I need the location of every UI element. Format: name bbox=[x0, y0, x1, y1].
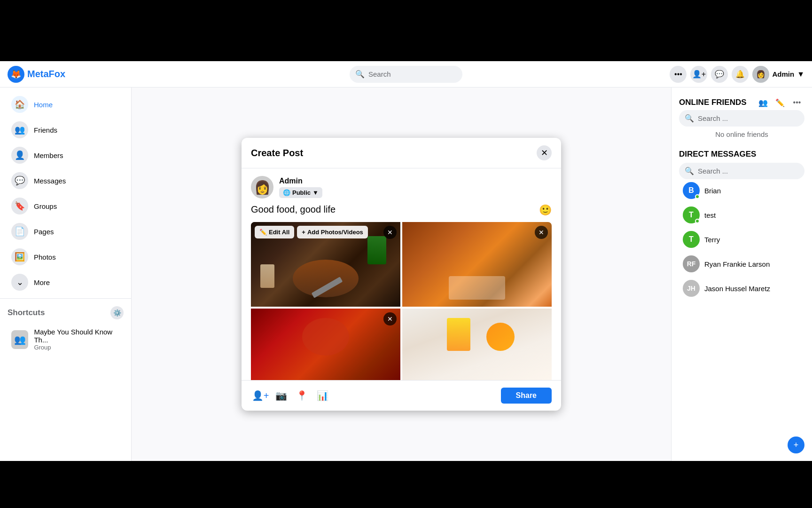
dm-name-terry: Terry bbox=[704, 236, 720, 244]
photo-remove-2-button[interactable]: ✕ bbox=[535, 226, 548, 239]
dm-avatar-jason: JH bbox=[683, 280, 700, 297]
add-photos-label: Add Photos/Videos bbox=[307, 229, 363, 236]
tag-people-button[interactable]: 👤+ bbox=[251, 386, 270, 405]
pages-icon: 📄 bbox=[11, 223, 28, 240]
edit-all-button[interactable]: ✏️ Edit All bbox=[255, 226, 294, 238]
sidebar-item-home[interactable]: 🏠 Home bbox=[4, 92, 127, 117]
privacy-label: Public bbox=[292, 189, 311, 196]
create-post-modal: Create Post ✕ 👩 Admin bbox=[242, 138, 561, 411]
emoji-button[interactable]: 🙂 bbox=[539, 204, 552, 216]
photo-remove-3-button[interactable]: ✕ bbox=[383, 312, 397, 325]
online-indicator-brian bbox=[695, 194, 700, 199]
more-sidebar-icon: ⌄ bbox=[11, 274, 28, 291]
edit-all-label: Edit All bbox=[269, 229, 289, 236]
sidebar-item-messages[interactable]: 💬 Messages bbox=[4, 168, 127, 193]
dm-item-terry-left: T Terry bbox=[683, 231, 720, 248]
post-privacy-button[interactable]: 🌐 Public ▼ bbox=[279, 187, 322, 198]
logo[interactable]: 🦊 MetaFox bbox=[8, 66, 65, 83]
more-button[interactable]: ••• bbox=[670, 66, 687, 83]
dm-avatar-test: T bbox=[683, 206, 700, 223]
friends-more-button[interactable]: ••• bbox=[789, 95, 804, 110]
add-friend-nav-button[interactable]: 👤+ bbox=[690, 66, 707, 83]
dm-item-test[interactable]: T test bbox=[679, 204, 804, 226]
center-content: Create Post ✕ 👩 Admin bbox=[132, 87, 671, 461]
sidebar-item-friends[interactable]: 👥 Friends bbox=[4, 118, 127, 142]
post-user-row: 👩 Admin 🌐 Public ▼ bbox=[251, 176, 552, 198]
globe-icon: 🌐 bbox=[283, 189, 290, 196]
post-user-info: Admin 🌐 Public ▼ bbox=[279, 177, 322, 198]
sidebar-item-groups[interactable]: 🔖 Groups bbox=[4, 194, 127, 218]
online-friends-search-input[interactable] bbox=[698, 114, 799, 122]
members-icon: 👤 bbox=[11, 147, 28, 164]
chat-icon: 💬 bbox=[715, 70, 724, 79]
dm-item-brian[interactable]: B Brian bbox=[679, 179, 804, 202]
dm-item-brian-left: B Brian bbox=[683, 182, 721, 199]
bell-icon: 🔔 bbox=[735, 70, 745, 79]
sidebar-item-members[interactable]: 👤 Members bbox=[4, 143, 127, 167]
edit-icon: ✏️ bbox=[259, 229, 267, 236]
shortcut-name: Maybe You Should Know Th... bbox=[34, 328, 120, 344]
chat-button[interactable]: 💬 bbox=[711, 66, 728, 83]
online-friends-title: ONLINE FRIENDS bbox=[679, 98, 747, 107]
post-username: Admin bbox=[279, 177, 322, 185]
sidebar-label-pages: Pages bbox=[34, 228, 54, 236]
navbar-search[interactable]: 🔍 Search bbox=[350, 66, 462, 83]
dm-avatar-terry: T bbox=[683, 231, 700, 248]
photo-item-2: ✕ bbox=[402, 222, 552, 307]
friends-edit-button[interactable]: ✏️ bbox=[773, 95, 788, 110]
online-indicator-test bbox=[695, 219, 700, 223]
dm-item-terry[interactable]: T Terry bbox=[679, 228, 804, 251]
modal-title: Create Post bbox=[251, 148, 303, 159]
add-icon: + bbox=[794, 440, 799, 450]
add-contact-floating-button[interactable]: + bbox=[788, 437, 804, 453]
user-menu[interactable]: 👩 Admin ▼ bbox=[752, 66, 804, 83]
share-button[interactable]: Share bbox=[501, 388, 552, 404]
sidebar-label-more: More bbox=[34, 278, 50, 286]
close-icon: ✕ bbox=[541, 148, 548, 158]
photo-item-1: ✏️ Edit All + Add Photos/Videos bbox=[251, 222, 400, 307]
tag-people-icon: 👤+ bbox=[252, 390, 269, 401]
dm-section-title: DIRECT MESSAGES bbox=[679, 150, 756, 159]
sidebar-item-more[interactable]: ⌄ More bbox=[4, 270, 127, 294]
dm-item-ryan-left: RF Ryan Frankie Larson bbox=[683, 255, 770, 272]
online-friends-search[interactable]: 🔍 bbox=[679, 110, 804, 127]
logo-text: MetaFox bbox=[27, 69, 65, 79]
modal-close-button[interactable]: ✕ bbox=[537, 145, 552, 160]
remove-icon-3: ✕ bbox=[387, 315, 393, 323]
notifications-button[interactable]: 🔔 bbox=[732, 66, 749, 83]
modal-body: 👩 Admin 🌐 Public ▼ bbox=[242, 168, 561, 380]
sidebar-item-photos[interactable]: 🖼️ Photos bbox=[4, 245, 127, 269]
chart-button[interactable]: 📊 bbox=[313, 386, 332, 405]
left-sidebar: 🏠 Home 👥 Friends 👤 Members 💬 Messages 🔖 … bbox=[0, 87, 132, 461]
post-user-avatar: 👩 bbox=[251, 176, 273, 198]
navbar-center: 🔍 Search bbox=[350, 66, 462, 83]
shortcuts-gear-button[interactable]: ⚙️ bbox=[110, 306, 124, 319]
dm-avatar-ryan: RF bbox=[683, 255, 700, 272]
friends-video-button[interactable]: 👥 bbox=[756, 95, 771, 110]
username-label: Admin bbox=[772, 70, 794, 78]
sidebar-item-pages[interactable]: 📄 Pages bbox=[4, 219, 127, 244]
remove-icon-2: ✕ bbox=[539, 229, 544, 236]
shortcut-avatar: 👥 bbox=[11, 330, 28, 349]
search-online-icon: 🔍 bbox=[685, 114, 694, 123]
dm-item-ryan[interactable]: RF Ryan Frankie Larson bbox=[679, 253, 804, 275]
dm-search[interactable]: 🔍 bbox=[679, 163, 804, 179]
dm-item-jason-left: JH Jason Hussel Maretz bbox=[683, 280, 770, 297]
dm-name-test: test bbox=[704, 211, 716, 219]
search-dm-icon: 🔍 bbox=[685, 167, 694, 175]
friends-icon: 👥 bbox=[11, 121, 28, 138]
dm-search-input[interactable] bbox=[698, 167, 799, 175]
groups-icon: 🔖 bbox=[11, 198, 28, 214]
dm-item-jason[interactable]: JH Jason Hussel Maretz bbox=[679, 277, 804, 300]
location-button[interactable]: 📍 bbox=[292, 386, 311, 405]
messages-icon: 💬 bbox=[11, 172, 28, 189]
photo-remove-1-button[interactable]: ✕ bbox=[383, 226, 397, 239]
post-text[interactable]: Good food, good life bbox=[251, 204, 539, 215]
photo-video-button[interactable]: 📷 bbox=[272, 386, 290, 405]
dm-item-test-left: T test bbox=[683, 206, 716, 223]
online-friends-header: ONLINE FRIENDS 👥 ✏️ ••• bbox=[679, 95, 804, 110]
add-photos-button[interactable]: + Add Photos/Videos bbox=[297, 226, 368, 238]
navbar-left: 🦊 MetaFox bbox=[8, 66, 65, 83]
shortcut-type: Group bbox=[34, 344, 120, 351]
shortcut-item-group[interactable]: 👥 Maybe You Should Know Th... Group bbox=[4, 324, 127, 355]
